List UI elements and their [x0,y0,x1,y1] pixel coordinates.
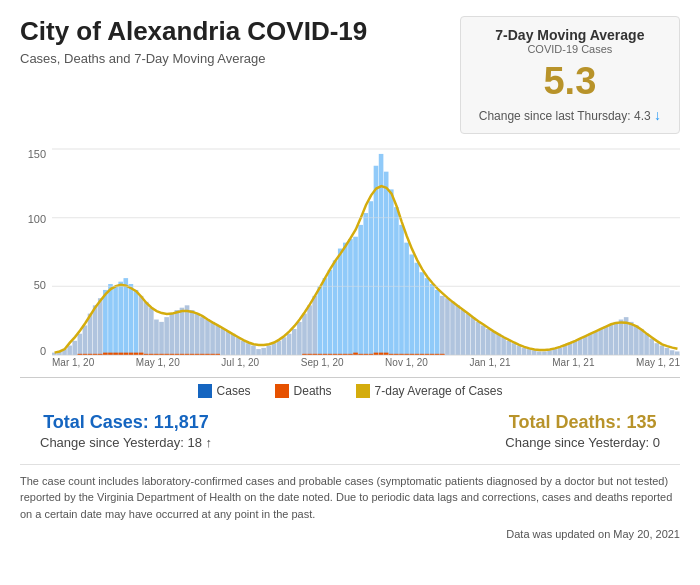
svg-rect-60 [338,248,343,354]
svg-rect-65 [363,213,368,355]
svg-rect-25 [159,322,164,355]
svg-rect-82 [450,302,455,355]
legend-deaths-label: Deaths [294,384,332,398]
svg-rect-96 [522,348,527,355]
svg-rect-84 [460,310,465,355]
svg-rect-101 [547,350,552,355]
y-label-150: 150 [20,148,50,160]
svg-rect-171 [384,352,389,354]
svg-rect-118 [634,325,639,355]
svg-rect-124 [665,348,670,355]
svg-rect-95 [517,345,522,354]
svg-rect-66 [369,201,374,355]
svg-rect-136 [123,352,128,354]
total-deaths-change: Change since Yesterday: 0 [505,435,660,450]
svg-rect-77 [425,278,430,355]
totals-row: Total Cases: 11,817 Change since Yesterd… [20,412,680,450]
svg-rect-126 [675,351,680,355]
cases-swatch [198,384,212,398]
svg-rect-119 [639,329,644,355]
svg-rect-46 [266,345,271,354]
x-label-6: Mar 1, 21 [552,357,594,377]
svg-rect-137 [129,352,134,354]
svg-rect-51 [292,329,297,355]
x-axis: Mar 1, 20 May 1, 20 Jul 1, 20 Sep 1, 20 … [52,357,680,377]
x-label-1: May 1, 20 [136,357,180,377]
svg-rect-39 [231,334,236,355]
svg-rect-107 [578,338,583,355]
legend-avg: 7-day Average of Cases [356,384,503,398]
x-label-7: May 1, 21 [636,357,680,377]
svg-rect-28 [175,310,180,355]
legend-cases: Cases [198,384,251,398]
arrow-down-icon: ↓ [654,107,661,123]
svg-rect-125 [670,350,675,355]
chart-area: 0 50 100 150 Mar 1, 20 May 1, 20 Jul 1, … [20,148,680,378]
svg-rect-83 [455,305,460,355]
legend-deaths: Deaths [275,384,332,398]
x-label-0: Mar 1, 20 [52,357,94,377]
y-label-100: 100 [20,213,50,225]
svg-rect-120 [644,334,649,355]
cases-total-block: Total Cases: 11,817 Change since Yesterd… [40,412,212,450]
svg-rect-103 [557,348,562,355]
svg-rect-110 [593,331,598,355]
svg-rect-94 [512,343,517,355]
svg-rect-36 [215,325,220,355]
svg-rect-114 [614,322,619,355]
svg-rect-79 [435,290,440,355]
svg-rect-86 [471,317,476,355]
info-box-subtitle: COVID-19 Cases [479,43,661,55]
x-label-2: Jul 1, 20 [221,357,259,377]
chart-legend: Cases Deaths 7-day Average of Cases [20,384,680,398]
svg-rect-33 [200,317,205,355]
svg-rect-93 [506,341,511,355]
deaths-total-block: Total Deaths: 135 Change since Yesterday… [505,412,660,450]
svg-rect-91 [496,334,501,355]
svg-rect-47 [272,343,277,355]
svg-rect-55 [312,296,317,355]
svg-rect-61 [343,242,348,354]
svg-rect-54 [307,305,312,355]
svg-rect-21 [139,296,144,355]
svg-rect-35 [210,322,215,355]
svg-rect-23 [149,307,154,354]
svg-rect-41 [241,341,246,355]
svg-rect-71 [394,207,399,355]
svg-rect-97 [527,349,532,355]
svg-rect-50 [287,334,292,355]
svg-rect-10 [83,325,88,355]
svg-rect-135 [118,352,123,354]
total-deaths-label: Total Deaths: 135 [505,412,660,433]
legend-avg-label: 7-day Average of Cases [375,384,503,398]
svg-rect-17 [118,281,123,354]
svg-rect-43 [251,345,256,354]
x-label-5: Jan 1, 21 [470,357,511,377]
svg-rect-74 [409,254,414,355]
svg-rect-31 [190,310,195,355]
svg-rect-16 [113,286,118,355]
svg-rect-42 [246,343,251,355]
svg-rect-73 [404,242,409,354]
svg-rect-113 [609,324,614,355]
svg-rect-48 [277,341,282,355]
svg-rect-115 [619,319,624,354]
svg-rect-70 [389,189,394,355]
svg-rect-132 [103,352,108,354]
page-subtitle: Cases, Deaths and 7-Day Moving Average [20,51,367,66]
svg-rect-26 [164,317,169,355]
svg-rect-37 [220,329,225,355]
svg-rect-121 [649,338,654,355]
svg-rect-117 [629,322,634,355]
svg-rect-9 [78,334,83,355]
svg-rect-57 [323,278,328,355]
svg-rect-29 [180,307,185,354]
svg-rect-18 [123,278,128,355]
svg-rect-111 [598,329,603,355]
svg-rect-169 [374,352,379,354]
svg-rect-68 [379,154,384,355]
svg-rect-49 [282,337,287,355]
svg-rect-81 [445,298,450,355]
svg-rect-45 [261,348,266,355]
svg-rect-58 [328,270,333,355]
